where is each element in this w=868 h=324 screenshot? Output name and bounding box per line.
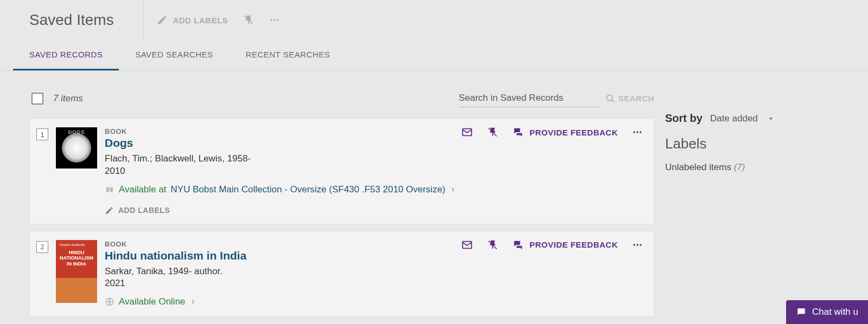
svg-point-3 xyxy=(277,19,278,21)
chevron-right-icon xyxy=(190,299,196,305)
add-labels-label: ADD LABELS xyxy=(118,206,170,215)
unlabeled-items-link[interactable]: Unlabeled items (7) xyxy=(665,162,852,173)
header-actions: ADD LABELS xyxy=(144,15,280,25)
record-author: Flach, Tim.; Blackwell, Lewis, 1958- xyxy=(105,152,273,166)
add-labels-label: ADD LABELS xyxy=(173,16,228,25)
unpin-icon xyxy=(243,15,254,25)
unlabeled-text: Unlabeled items xyxy=(665,162,731,172)
chevron-down-icon xyxy=(768,115,774,122)
search-button: SEARCH xyxy=(605,94,654,103)
tab-saved-searches[interactable]: SAVED SEARCHES xyxy=(119,40,229,70)
labels-heading: Labels xyxy=(665,135,852,152)
record-author: Sarkar, Tanika, 1949- author. xyxy=(105,264,644,278)
record-thumbnail[interactable]: DOGS xyxy=(56,127,97,169)
email-icon[interactable] xyxy=(461,239,473,251)
sort-label: Sort by xyxy=(665,112,703,125)
svg-point-15 xyxy=(636,244,638,245)
chat-widget[interactable]: Chat with u xyxy=(786,300,868,324)
availability-location[interactable]: NYU Bobst Main Collection - Oversize (SF… xyxy=(171,184,445,195)
more-icon[interactable] xyxy=(269,15,280,25)
svg-point-8 xyxy=(634,131,635,133)
search-input[interactable] xyxy=(459,89,599,107)
record-year: 2010 xyxy=(105,166,644,177)
pencil-icon xyxy=(105,206,114,215)
record-item: 2 TANIKA SARKAR HINDU NATIONALISM IN IND… xyxy=(29,231,654,317)
select-all-checkbox[interactable] xyxy=(31,93,43,105)
sort-row: Sort by Date added xyxy=(665,112,852,125)
availability-status: Available at xyxy=(119,184,167,195)
record-title[interactable]: Dogs xyxy=(105,137,644,150)
svg-point-4 xyxy=(607,95,612,101)
email-icon[interactable] xyxy=(461,126,473,138)
sort-dropdown[interactable]: Date added xyxy=(710,113,774,124)
svg-point-14 xyxy=(634,244,635,245)
more-icon[interactable] xyxy=(632,127,643,138)
chat-label: Chat with u xyxy=(812,307,858,317)
tab-recent-searches[interactable]: RECENT SEARCHES xyxy=(229,40,347,70)
sidebar: Sort by Date added Labels Unlabeled item… xyxy=(665,84,852,323)
search-button-label: SEARCH xyxy=(618,94,654,103)
provide-feedback-button[interactable]: PROVIDE FEEDBACK xyxy=(512,126,618,138)
svg-point-10 xyxy=(640,131,641,133)
sort-value: Date added xyxy=(710,113,758,124)
record-title[interactable]: Hindu nationalism in India xyxy=(105,249,644,262)
unpin-icon[interactable] xyxy=(487,127,498,138)
more-icon[interactable] xyxy=(632,239,643,250)
record-index: 1 xyxy=(36,128,48,140)
svg-line-5 xyxy=(611,100,614,102)
feedback-label: PROVIDE FEEDBACK xyxy=(529,240,618,249)
provide-feedback-button[interactable]: PROVIDE FEEDBACK xyxy=(512,239,618,251)
unlabeled-count: (7) xyxy=(734,162,745,172)
feedback-label: PROVIDE FEEDBACK xyxy=(529,128,618,137)
feedback-icon xyxy=(512,239,524,251)
svg-point-2 xyxy=(274,19,276,21)
record-item: 1 DOGS BOOK Dogs Flach, Tim.; Blackwell,… xyxy=(29,118,654,224)
add-labels-button[interactable]: ADD LABELS xyxy=(105,206,644,215)
record-year: 2021 xyxy=(105,278,644,289)
availability[interactable]: Available Online xyxy=(105,296,644,307)
add-labels-button: ADD LABELS xyxy=(157,15,228,25)
tabs: SAVED RECORDS SAVED SEARCHES RECENT SEAR… xyxy=(0,40,868,71)
chevron-right-icon xyxy=(450,186,456,193)
header: Saved Items ADD LABELS xyxy=(0,0,868,40)
feedback-icon xyxy=(512,126,524,138)
record-index: 2 xyxy=(36,241,48,253)
library-icon xyxy=(105,185,114,195)
chat-icon xyxy=(796,307,807,317)
list-header: 7 items SEARCH xyxy=(29,84,654,118)
pencil-icon xyxy=(157,15,168,25)
record-thumbnail[interactable]: TANIKA SARKAR HINDU NATIONALISM IN INDIA xyxy=(56,240,97,303)
availability-status: Available Online xyxy=(119,296,186,307)
tab-saved-records[interactable]: SAVED RECORDS xyxy=(13,40,119,70)
page-title: Saved Items xyxy=(0,0,144,40)
svg-point-16 xyxy=(640,244,641,245)
svg-point-1 xyxy=(271,19,272,21)
unpin-icon[interactable] xyxy=(487,239,498,250)
svg-marker-17 xyxy=(769,118,773,120)
online-icon xyxy=(105,297,114,307)
svg-point-9 xyxy=(636,131,638,133)
availability[interactable]: Available at NYU Bobst Main Collection -… xyxy=(105,184,644,195)
search-icon xyxy=(605,94,615,103)
items-count: 7 items xyxy=(53,93,83,104)
